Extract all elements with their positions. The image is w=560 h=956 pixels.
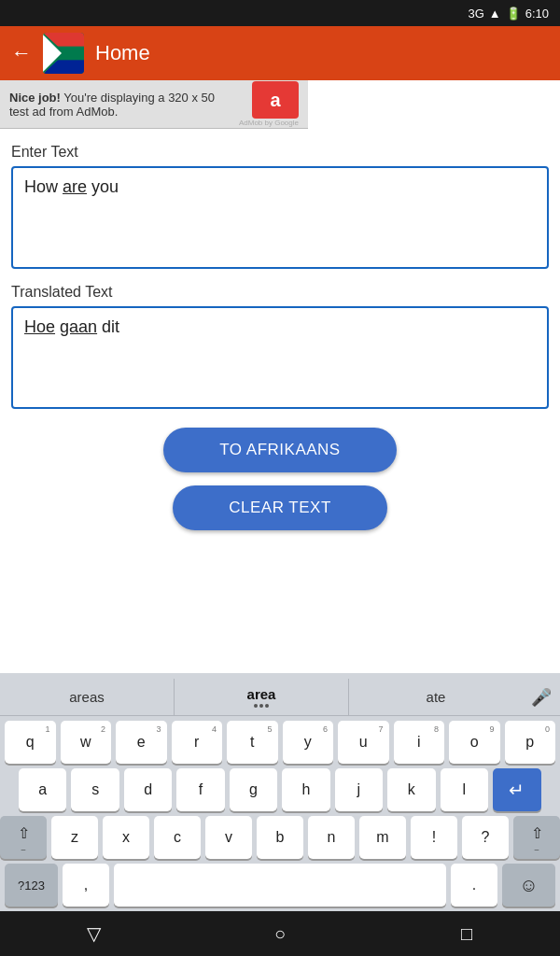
suggestion-areas[interactable]: areas: [0, 679, 174, 715]
key-j[interactable]: j: [335, 768, 383, 811]
enter-key[interactable]: ↵: [493, 768, 541, 811]
key-f[interactable]: f: [176, 768, 224, 811]
key-u[interactable]: 7u: [338, 721, 389, 764]
key-b[interactable]: b: [257, 816, 303, 859]
keyboard-bottom-row: ?123 , . ☺: [5, 864, 555, 907]
key-n[interactable]: n: [308, 816, 355, 859]
key-e[interactable]: 3e: [116, 721, 167, 764]
symbol-key[interactable]: ?123: [5, 864, 58, 907]
shift-left-key[interactable]: ⇧_: [0, 816, 47, 859]
nav-bar: ▽ ○ □: [0, 911, 560, 956]
key-a[interactable]: a: [19, 768, 66, 811]
key-exclaim[interactable]: !: [411, 816, 457, 859]
key-q[interactable]: 1q: [5, 721, 56, 764]
key-w[interactable]: 2w: [61, 721, 112, 764]
suggestion-ate[interactable]: ate: [349, 679, 523, 715]
suggestion-area[interactable]: area: [174, 679, 349, 715]
key-k[interactable]: k: [387, 768, 435, 811]
space-key[interactable]: [114, 864, 446, 907]
key-m[interactable]: m: [359, 816, 406, 859]
signal-icon: 3G: [468, 7, 483, 21]
status-bar: 3G ▲ 🔋 6:10: [0, 0, 560, 26]
app-title: Home: [95, 41, 150, 65]
key-z[interactable]: z: [51, 816, 98, 859]
clear-text-button[interactable]: CLEAR TEXT: [173, 485, 387, 530]
emoji-key[interactable]: ☺: [502, 864, 555, 907]
key-p[interactable]: 0p: [505, 721, 556, 764]
enter-text-content[interactable]: How are you: [24, 177, 536, 252]
main-content: Enter Text How are you Translated Text H…: [0, 129, 560, 673]
shift-right-key[interactable]: ⇧_: [513, 816, 560, 859]
nav-home-button[interactable]: ○: [257, 923, 303, 945]
translated-text-content: Hoe gaan dit: [24, 317, 536, 392]
microphone-icon[interactable]: 🎤: [523, 687, 560, 708]
ad-powered-by: AdMob by Google: [239, 119, 299, 127]
translate-button[interactable]: TO AFRIKAANS: [163, 428, 396, 472]
ad-banner: Nice job! You're displaying a 320 x 50 t…: [0, 80, 308, 129]
suggestions-row: areas area ate 🎤: [0, 679, 560, 716]
enter-text-box[interactable]: How are you: [11, 166, 549, 269]
nav-recent-button[interactable]: □: [443, 923, 490, 945]
key-v[interactable]: v: [205, 816, 252, 859]
key-l[interactable]: l: [441, 768, 488, 811]
wifi-icon: ▲: [489, 7, 501, 21]
translated-text-box: Hoe gaan dit: [11, 306, 549, 409]
key-g[interactable]: g: [230, 768, 277, 811]
flag-icon: [43, 33, 84, 74]
nav-back-button[interactable]: ▽: [70, 922, 117, 945]
ad-logo: a: [252, 81, 299, 119]
key-d[interactable]: d: [124, 768, 172, 811]
key-y[interactable]: 6y: [283, 721, 334, 764]
key-i[interactable]: 8i: [394, 721, 445, 764]
translated-text-label: Translated Text: [11, 284, 549, 301]
comma-key[interactable]: ,: [63, 864, 109, 907]
key-question[interactable]: ?: [462, 816, 509, 859]
key-o[interactable]: 9o: [449, 721, 500, 764]
key-s[interactable]: s: [71, 768, 119, 811]
key-x[interactable]: x: [103, 816, 149, 859]
period-key[interactable]: .: [451, 864, 497, 907]
ad-text: Nice job! You're displaying a 320 x 50 t…: [9, 91, 230, 119]
enter-text-label: Enter Text: [11, 144, 549, 161]
keyboard-row-1: 1q 2w 3e 4r 5t 6y 7u 8i 9o 0p: [5, 721, 555, 764]
key-h[interactable]: h: [282, 768, 329, 811]
battery-icon: 🔋: [506, 7, 521, 21]
keyboard-row-2: a s d f g h j k l ↵: [19, 768, 541, 811]
key-r[interactable]: 4r: [172, 721, 223, 764]
keyboard-row-3: ⇧_ z x c v b n m ! ? ⇧_: [5, 816, 555, 859]
buttons-row: TO AFRIKAANS CLEAR TEXT: [11, 428, 549, 530]
keyboard: areas area ate 🎤 1q 2w 3e 4r 5t 6y 7u 8i…: [0, 673, 560, 911]
back-button[interactable]: ←: [11, 41, 32, 65]
time-display: 6:10: [525, 7, 549, 21]
key-c[interactable]: c: [154, 816, 201, 859]
key-t[interactable]: 5t: [227, 721, 278, 764]
top-bar: ← Home: [0, 26, 560, 80]
